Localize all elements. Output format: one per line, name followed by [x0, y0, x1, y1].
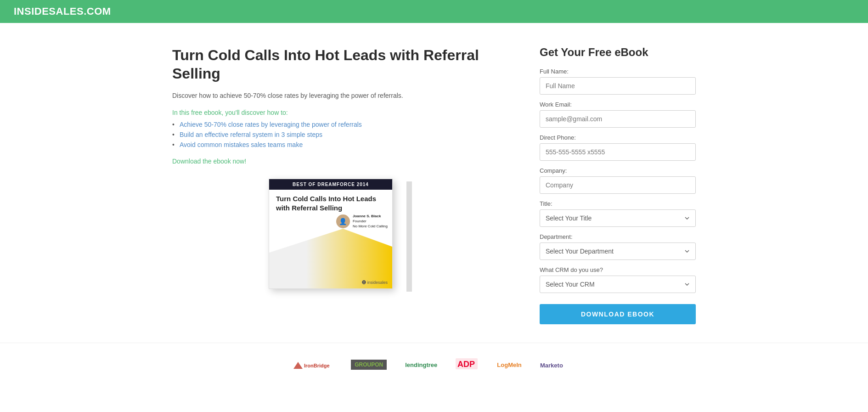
bullet-link[interactable]: Avoid common mistakes sales teams make — [180, 141, 303, 148]
title-group: Title: Select Your Title Mr. Ms. Mrs. Dr… — [540, 200, 696, 227]
partners-section: IronBridge GROUPON lendingtree ADP LogMe… — [0, 343, 868, 386]
discover-label: In this free ebook, you'll discover how … — [172, 109, 503, 116]
crm-label: What CRM do you use? — [540, 266, 696, 273]
direct-phone-input[interactable] — [540, 143, 696, 161]
full-name-group: Full Name: — [540, 68, 696, 95]
company-input[interactable] — [540, 176, 696, 194]
book-badge: BEST OF DREAMFORCE 2014 — [269, 179, 392, 190]
partner-logmein: LogMeIn — [497, 361, 521, 368]
marketo-logo-icon: Marketo — [540, 357, 577, 371]
direct-phone-label: Direct Phone: — [540, 134, 696, 141]
book-container: BEST OF DREAMFORCE 2014 Turn Cold Calls … — [172, 179, 503, 298]
book-spine — [406, 181, 412, 292]
bullet-item: Build an effective referral system in 3 … — [172, 131, 503, 138]
svg-text:IronBridge: IronBridge — [304, 363, 330, 368]
title-label: Title: — [540, 200, 696, 207]
left-column: Turn Cold Calls Into Hot Leads with Refe… — [172, 46, 503, 298]
book-title: Turn Cold Calls Into Hot Leads with Refe… — [276, 194, 385, 212]
ironbridge-logo-icon: IronBridge — [291, 357, 333, 371]
bullet-item: Avoid common mistakes sales teams make — [172, 141, 503, 148]
company-label: Company: — [540, 167, 696, 174]
site-logo: INSIDESALES.COM — [14, 6, 111, 17]
author-badge: 👤 Joanne S. Black Founder No More Cold C… — [336, 214, 388, 229]
work-email-group: Work Email: — [540, 101, 696, 128]
partner-ironbridge: IronBridge — [291, 357, 333, 372]
logo-tld: .COM — [84, 6, 111, 17]
svg-marker-0 — [293, 362, 303, 369]
partner-marketo: Marketo — [540, 357, 577, 372]
partner-lendingtree: lendingtree — [405, 361, 437, 368]
full-name-label: Full Name: — [540, 68, 696, 75]
adp-logo-icon: ADP — [456, 357, 479, 371]
department-group: Department: Select Your Department Sales… — [540, 233, 696, 260]
book-brand-logo: 🅘 insidesales — [362, 280, 388, 285]
crm-select[interactable]: Select Your CRM Salesforce HubSpot Micro… — [540, 276, 696, 293]
bullet-link[interactable]: Build an effective referral system in 3 … — [180, 131, 322, 138]
bullet-list: Achieve 50-70% close rates by leveraging… — [172, 121, 503, 148]
ebook-form: Full Name: Work Email: Direct Phone: Com… — [540, 68, 696, 324]
subtitle: Discover how to achieve 50-70% close rat… — [172, 91, 503, 101]
page-title: Turn Cold Calls Into Hot Leads with Refe… — [172, 46, 503, 83]
download-ebook-button[interactable]: DOWNLOAD EBOOK — [540, 304, 696, 324]
work-email-input[interactable] — [540, 110, 696, 128]
book-cover: BEST OF DREAMFORCE 2014 Turn Cold Calls … — [269, 179, 393, 289]
logmein-label: LogMe — [497, 361, 516, 368]
main-container: Turn Cold Calls Into Hot Leads with Refe… — [158, 23, 710, 343]
site-header: INSIDESALES.COM — [0, 0, 868, 23]
title-select[interactable]: Select Your Title Mr. Ms. Mrs. Dr. — [540, 209, 696, 227]
right-column-form: Get Your Free eBook Full Name: Work Emai… — [540, 46, 696, 324]
author-avatar: 👤 — [336, 214, 350, 228]
logmein-in: In — [516, 361, 522, 368]
company-group: Company: — [540, 167, 696, 194]
bullet-item: Achieve 50-70% close rates by leveraging… — [172, 121, 503, 128]
author-info: Joanne S. Black Founder No More Cold Cal… — [353, 214, 388, 229]
department-select[interactable]: Select Your Department Sales Marketing O… — [540, 243, 696, 260]
book-body: Turn Cold Calls Into Hot Leads with Refe… — [269, 190, 392, 217]
logo-sales: SALES — [49, 6, 84, 17]
crm-group: What CRM do you use? Select Your CRM Sal… — [540, 266, 696, 293]
lendingtree-label: lendingtree — [405, 361, 437, 368]
full-name-input[interactable] — [540, 77, 696, 95]
direct-phone-group: Direct Phone: — [540, 134, 696, 161]
bullet-link[interactable]: Achieve 50-70% close rates by leveraging… — [180, 121, 362, 128]
svg-text:ADP: ADP — [457, 360, 475, 369]
work-email-label: Work Email: — [540, 101, 696, 108]
svg-text:Marketo: Marketo — [540, 362, 563, 369]
form-title: Get Your Free eBook — [540, 46, 696, 59]
logo-inside: INSIDE — [14, 6, 49, 17]
groupon-label: GROUPON — [355, 361, 383, 368]
partner-groupon: GROUPON — [351, 360, 387, 370]
download-cta-text: Download the ebook now! — [172, 158, 503, 165]
department-label: Department: — [540, 233, 696, 240]
partner-adp: ADP — [456, 357, 479, 372]
book-mockup: BEST OF DREAMFORCE 2014 Turn Cold Calls … — [269, 179, 406, 298]
book-graphic — [269, 229, 392, 288]
